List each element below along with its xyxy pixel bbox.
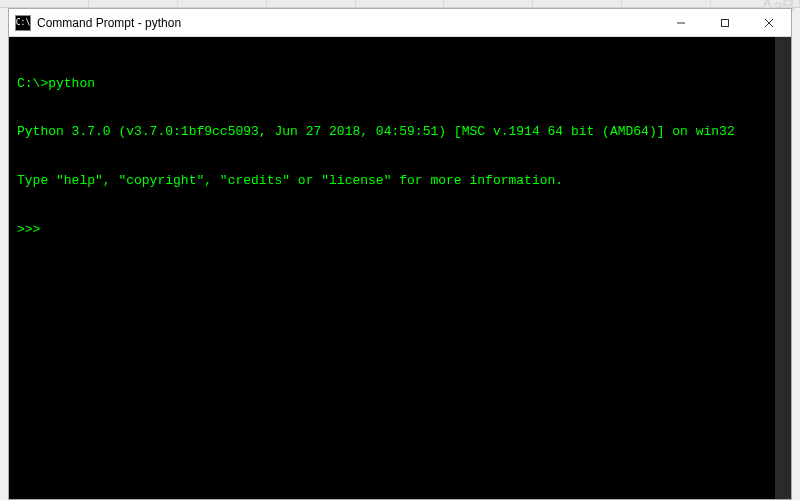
minimize-icon [676, 18, 686, 28]
terminal-line: C:\>python [17, 76, 783, 92]
python-prompt: >>> [17, 222, 783, 238]
minimize-button[interactable] [659, 9, 703, 36]
terminal-area[interactable]: C:\>python Python 3.7.0 (v3.7.0:1bf9cc50… [9, 37, 791, 499]
command-prompt-window: C:\ Command Prompt - python C:\>python P… [8, 8, 792, 500]
cmd-icon: C:\ [15, 15, 31, 31]
close-button[interactable] [747, 9, 791, 36]
terminal-line: Type "help", "copyright", "credits" or "… [17, 173, 783, 189]
maximize-icon [720, 18, 730, 28]
scrollbar-thumb[interactable] [775, 37, 791, 499]
titlebar[interactable]: C:\ Command Prompt - python [9, 9, 791, 37]
window-controls [659, 9, 791, 36]
maximize-button[interactable] [703, 9, 747, 36]
cmd-icon-label: C:\ [16, 19, 30, 27]
close-icon [764, 18, 774, 28]
terminal-line: Python 3.7.0 (v3.7.0:1bf9cc5093, Jun 27 … [17, 124, 783, 140]
svg-rect-1 [722, 19, 729, 26]
background-ribbon [0, 0, 800, 8]
prompt-symbol: >>> [17, 222, 40, 238]
vertical-scrollbar[interactable] [775, 37, 791, 499]
window-title: Command Prompt - python [37, 16, 181, 30]
